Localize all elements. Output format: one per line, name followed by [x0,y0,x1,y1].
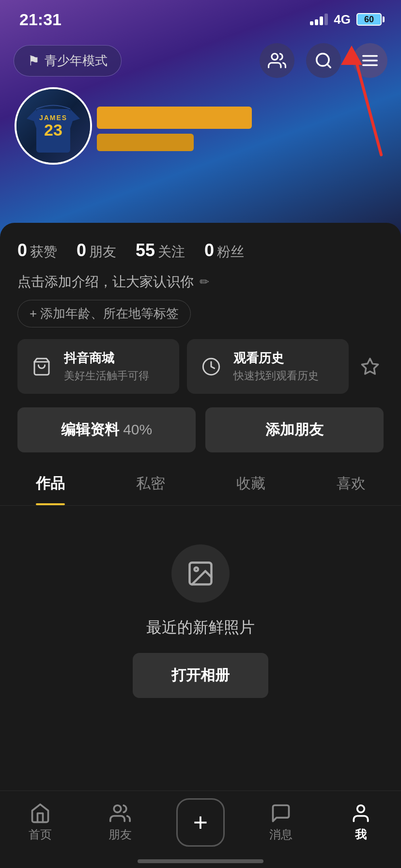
search-icon [314,51,333,70]
avatar-inner: 23 JAMES [16,89,90,163]
tab-works[interactable]: 作品 [0,466,100,505]
friends-icon-button[interactable] [260,43,294,78]
svg-marker-7 [27,109,36,128]
stat-followers[interactable]: 0 粉丝 [204,240,244,261]
open-album-button[interactable]: 打开相册 [133,653,268,698]
followers-count: 0 [204,240,214,261]
profile-name-area [97,107,386,151]
menu-icon [361,51,379,70]
action-buttons-row: 编辑资料 40% 添加朋友 [0,394,401,452]
menu-icon-button[interactable] [353,43,387,78]
tab-me[interactable]: 我 [337,803,385,842]
empty-icon-circle [171,544,230,603]
photo-icon [186,559,215,588]
network-type: 4G [334,12,351,27]
stat-friends: 0 朋友 [77,240,116,261]
signal-icon [310,14,328,25]
shop-title: 抖音商城 [64,350,149,367]
username-blur-secondary [97,134,194,151]
top-nav: ⚑ 青少年模式 [0,39,401,82]
edit-icon[interactable]: ✏ [200,275,209,289]
stats-row: 0 获赞 0 朋友 55 关注 0 粉丝 [0,223,401,261]
message-icon [270,803,292,824]
history-icon [199,354,224,379]
empty-state: 最近的新鲜照片 打开相册 [0,506,401,737]
tab-create[interactable]: + [176,798,225,847]
shop-icon [29,354,54,379]
tab-home[interactable]: 首页 [16,803,64,842]
add-friend-label: 添加朋友 [265,421,324,437]
youth-mode-label: 青少年模式 [45,52,108,69]
status-bar: 21:31 4G 60 [0,0,401,39]
svg-point-0 [272,54,278,60]
followers-label: 粉丝 [217,243,244,261]
bottom-tabbar: 首页 朋友 + 消息 我 [0,790,401,868]
username-blur-primary [97,107,252,129]
svg-point-16 [114,805,122,812]
search-icon-button[interactable] [306,43,341,78]
more-icon-button[interactable] [356,353,384,380]
tab-messages[interactable]: 消息 [257,803,305,842]
bio-section: 点击添加介绍，让大家认识你 ✏ + 添加年龄、所在地等标签 [0,261,401,327]
history-action-item[interactable]: 观看历史 快速找到观看历史 [187,339,349,394]
following-label: 关注 [158,243,185,261]
home-icon [30,803,51,824]
tab-home-label: 首页 [29,827,52,842]
add-tag-button[interactable]: + 添加年龄、所在地等标签 [17,300,191,327]
stat-likes: 0 获赞 [17,240,57,261]
shop-text: 抖音商城 美好生活触手可得 [64,350,149,383]
following-count: 55 [136,240,155,261]
status-icons: 4G 60 [310,12,382,27]
svg-line-2 [327,64,330,67]
jersey-illustration: 23 JAMES [22,92,85,160]
open-album-label: 打开相册 [171,667,230,683]
home-indicator [138,859,263,863]
create-button[interactable]: + [176,798,225,847]
empty-title: 最近的新鲜照片 [146,617,255,638]
bio-placeholder: 点击添加介绍，让大家认识你 [17,273,194,291]
tab-me-label: 我 [355,827,367,842]
friends-count: 0 [77,240,86,261]
svg-marker-13 [362,358,378,374]
main-card: 0 获赞 0 朋友 55 关注 0 粉丝 点击添加介绍，让大家认识你 ✏ + 添… [0,223,401,800]
svg-point-15 [195,568,199,572]
content-tabs: 作品 私密 收藏 喜欢 [0,452,401,506]
svg-text:JAMES: JAMES [39,114,67,122]
friends-tab-icon [109,803,131,824]
friends-label: 朋友 [89,243,116,261]
edit-profile-button[interactable]: 编辑资料 40% [17,407,196,452]
svg-text:23: 23 [44,121,62,139]
history-subtitle: 快速找到观看历史 [233,369,319,383]
tab-favorites[interactable]: 收藏 [200,466,301,505]
bio-text[interactable]: 点击添加介绍，让大家认识你 ✏ [17,273,384,291]
profile-avatar[interactable]: 23 JAMES [15,87,92,165]
shop-action-item[interactable]: 抖音商城 美好生活触手可得 [17,339,179,394]
tab-private[interactable]: 私密 [100,466,200,505]
shield-icon: ⚑ [28,53,40,69]
battery-icon: 60 [356,13,382,26]
history-title: 观看历史 [233,350,319,367]
svg-point-17 [357,805,365,812]
quick-actions-row: 抖音商城 美好生活触手可得 观看历史 快速找到观看历史 [0,327,401,394]
likes-label: 获赞 [30,243,57,261]
add-tag-label: + 添加年龄、所在地等标签 [30,305,179,322]
nav-icons-group [260,43,387,78]
tab-messages-label: 消息 [269,827,293,842]
stat-following[interactable]: 55 关注 [136,240,185,261]
plus-icon: + [193,810,208,835]
add-friend-button[interactable]: 添加朋友 [205,407,384,452]
profile-tab-icon [350,803,371,824]
youth-mode-button[interactable]: ⚑ 青少年模式 [14,45,122,77]
status-time: 21:31 [19,10,62,29]
tab-likes[interactable]: 喜欢 [301,466,401,505]
tab-friends[interactable]: 朋友 [96,803,144,842]
history-text: 观看历史 快速找到观看历史 [233,350,319,383]
people-icon [268,51,286,70]
shop-subtitle: 美好生活触手可得 [64,369,149,383]
likes-count: 0 [17,240,27,261]
tab-friends-label: 朋友 [108,827,132,842]
svg-marker-8 [70,109,80,128]
